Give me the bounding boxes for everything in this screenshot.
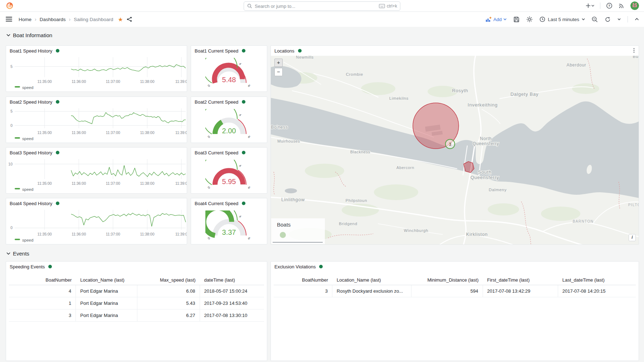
speed-gauge[interactable]: 0463.37 [205, 210, 253, 242]
legend-label[interactable]: speed [22, 187, 33, 192]
locations-panel-header[interactable]: Locations [271, 46, 639, 56]
current-speed-panel-header[interactable]: Boat3 Current Speed [191, 148, 267, 158]
speed-series-line [71, 213, 186, 226]
share-icon[interactable] [126, 16, 132, 22]
avatar[interactable] [630, 1, 639, 10]
mega-menu-icon[interactable] [6, 16, 12, 22]
search-input[interactable] [255, 4, 376, 9]
current-speed-panel: Boat4 Current Speed0463.37 [191, 198, 267, 244]
events-table-panel-title: Exclusion Violations [274, 264, 316, 269]
gauge-scale-label: 4 [238, 113, 242, 117]
map-zoom-out-button[interactable]: − [274, 68, 283, 76]
new-item-button[interactable] [586, 3, 594, 8]
gauge-scale-label: 0 [207, 135, 211, 139]
x-axis-tick-label: 11:38:00 [140, 130, 154, 135]
section-events[interactable]: Events [6, 251, 29, 257]
table-row[interactable]: 3Rosyth Dockyard exclusion zo...5942017-… [274, 285, 636, 297]
x-axis-tick-label: 11:37:00 [106, 130, 120, 135]
speed-history-panel-header[interactable]: Boat2 Speed History [6, 97, 187, 107]
refresh-icon[interactable] [605, 16, 611, 23]
news-icon[interactable] [618, 3, 625, 9]
collapse-toolbar-icon[interactable] [635, 18, 639, 21]
current-speed-panel-header[interactable]: Boat4 Current Speed [191, 198, 267, 208]
speed-history-panel-header[interactable]: Boat4 Speed History [6, 198, 187, 208]
gauge-scale-label: 6 [247, 186, 251, 190]
refresh-interval-caret[interactable] [618, 18, 621, 20]
current-speed-panel: Boat1 Current Speed0465.48 [191, 45, 267, 92]
table-header-cell[interactable]: Last_dateTime (last) [558, 275, 636, 285]
table-header-cell[interactable]: Minimum_Distance (last) [411, 275, 483, 285]
health-indicator [242, 49, 245, 53]
data-table[interactable]: BoatNumberLocation_Name (last)Max_speed … [9, 275, 264, 322]
map-place-label: Winchburgh [404, 228, 428, 233]
map-scale-bar [273, 242, 323, 243]
save-dashboard-button[interactable] [513, 16, 519, 23]
zoom-out-time-icon[interactable] [592, 16, 598, 23]
map-place-label: Limekilns [389, 96, 409, 100]
speed-series-line [71, 65, 186, 71]
current-speed-panel-header[interactable]: Boat1 Current Speed [191, 46, 267, 56]
geomap[interactable]: 3 NewmillsCrombieLimekilnsRosythInverkei… [271, 56, 639, 244]
x-axis-tick-label: 11:38:00 [140, 79, 154, 84]
events-table-panel-header[interactable]: Speeding Events [6, 262, 267, 272]
speed-gauge[interactable]: 0465.48 [205, 58, 253, 89]
gauge-value: 3.37 [222, 228, 236, 236]
table-header-cell[interactable]: BoatNumber [274, 275, 332, 285]
table-row[interactable]: 1Port Edgar Marina5.432017-09-23 14:53:4… [9, 297, 264, 309]
legend-swatch [15, 188, 20, 189]
breadcrumb-dashboards[interactable]: Dashboards [40, 17, 66, 22]
legend-label[interactable]: speed [22, 137, 33, 141]
x-axis-tick-label: 11:35:00 [38, 181, 52, 185]
current-speed-panel-title: Boat3 Current Speed [195, 150, 238, 155]
table-cell: 3 [9, 309, 76, 321]
table-header-cell[interactable]: dateTime (last) [200, 275, 264, 285]
nav-divider [600, 3, 600, 9]
time-range-picker[interactable]: Last 5 minutes [540, 16, 585, 22]
map-legend: Boats [271, 218, 325, 244]
dashboard-settings-icon[interactable] [526, 16, 533, 23]
table-header-row: BoatNumberLocation_Name (last)Minimum_Di… [274, 275, 636, 285]
table-cell: 2018-05-07 15:00:24 [200, 285, 264, 297]
search-input-wrap[interactable]: ctrl+k [244, 1, 400, 11]
gauge-value-arc [215, 122, 222, 134]
map-place-label: South [478, 169, 492, 175]
table-cell: 594 [411, 285, 483, 297]
events-table-panel-header[interactable]: Exclusion Violations [271, 262, 639, 272]
table-header-cell[interactable]: First_dateTime (last) [483, 275, 558, 285]
health-indicator [56, 151, 59, 154]
section-boat-information[interactable]: Boat Information [6, 32, 52, 38]
data-table[interactable]: BoatNumberLocation_Name (last)Minimum_Di… [274, 275, 636, 297]
svg-text:?: ? [608, 4, 610, 8]
table-header-cell[interactable]: Max_speed (last) [137, 275, 200, 285]
legend-label[interactable]: speed [22, 238, 33, 242]
breadcrumb-home[interactable]: Home [19, 17, 31, 22]
table-cell: 6.08 [137, 285, 200, 297]
gauge-scale-label: 6 [247, 135, 251, 139]
current-speed-panel: Boat2 Current Speed0462.00 [191, 96, 267, 143]
table-header-cell[interactable]: BoatNumber [9, 275, 76, 285]
table-header-cell[interactable]: Location_Name (last) [332, 275, 411, 285]
section-title: Boat Information [13, 32, 52, 38]
map-place-label: Muirhouses [277, 139, 300, 143]
top-navigation: ctrl+k ? [0, 0, 644, 12]
table-header-cell[interactable]: Location_Name (last) [76, 275, 137, 285]
legend-label[interactable]: speed [22, 85, 33, 90]
help-icon[interactable]: ? [606, 3, 613, 9]
table-row[interactable]: 4Port Edgar Marina6.082018-05-07 15:00:2… [9, 285, 264, 297]
gauge-scale-label: 4 [238, 164, 242, 168]
speed-gauge[interactable]: 0462.00 [205, 109, 253, 140]
map-attribution-button[interactable]: i [629, 234, 636, 241]
map-zoom-in-button[interactable]: + [274, 59, 283, 67]
locations-map-panel: Locations [270, 45, 639, 245]
x-axis-tick-label: 11:37:00 [106, 181, 120, 185]
table-row[interactable]: 3Port Edgar Marina6.272017-07-08 13:30:1… [9, 309, 264, 322]
grafana-logo-icon[interactable] [6, 2, 14, 10]
speed-gauge[interactable]: 0465.95 [205, 160, 253, 191]
add-button[interactable]: Add [486, 16, 507, 22]
speed-history-panel-header[interactable]: Boat1 Speed History [6, 46, 187, 56]
panel-menu-icon[interactable] [631, 48, 636, 54]
speed-history-panel-header[interactable]: Boat3 Speed History [6, 148, 187, 158]
current-speed-panel-header[interactable]: Boat2 Current Speed [191, 97, 267, 107]
boat-cluster-count: 3 [449, 142, 452, 147]
favorite-star-icon[interactable]: ★ [118, 16, 123, 23]
